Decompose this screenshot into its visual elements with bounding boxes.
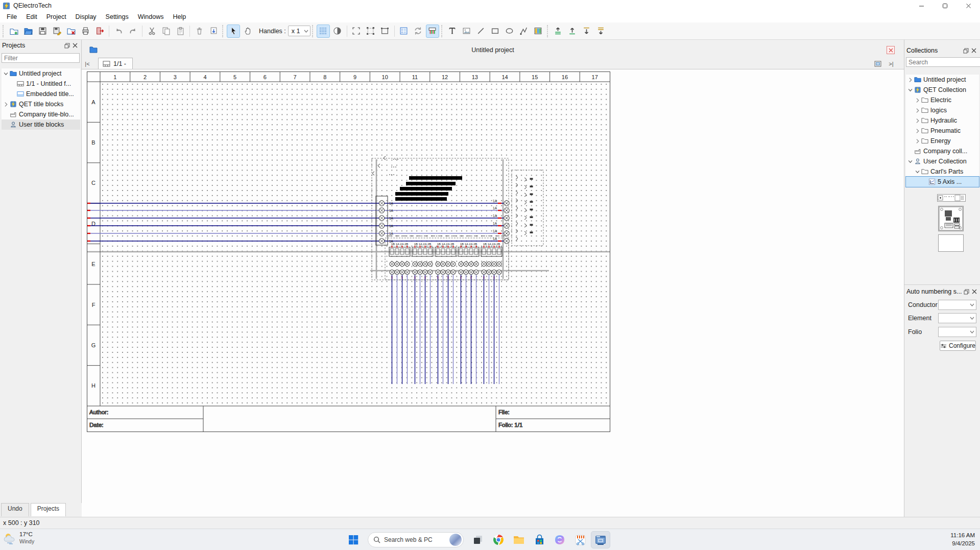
configure-button[interactable]: Configure: [940, 341, 976, 351]
fold-icon[interactable]: [412, 25, 425, 38]
add-ellipse-icon[interactable]: [503, 25, 516, 38]
pan-icon[interactable]: [241, 25, 254, 38]
element-select[interactable]: [938, 313, 976, 323]
collection-item-user-collection[interactable]: User Collection: [906, 156, 979, 166]
project-item-company-title-blo[interactable]: Company title-blo...: [2, 109, 80, 119]
snipping-tool-icon[interactable]: [570, 531, 590, 548]
right-terminal-strip[interactable]: 1A1A1A1A1A1A: [493, 199, 509, 244]
chrome-icon[interactable]: [489, 531, 508, 548]
add-text-icon[interactable]: [446, 25, 459, 38]
add-table-icon[interactable]: [532, 25, 545, 38]
background-icon[interactable]: [331, 25, 344, 38]
collection-item-company-coll[interactable]: Company coll...: [906, 146, 979, 156]
close-panel-icon[interactable]: [71, 41, 79, 50]
maximize-icon[interactable]: [933, 0, 957, 11]
menu-windows[interactable]: Windows: [133, 12, 169, 21]
expander-closed-icon[interactable]: [914, 117, 921, 124]
menu-display[interactable]: Display: [71, 12, 101, 21]
collection-item-qet-collection[interactable]: QET Collection: [906, 85, 979, 95]
fit-folio-icon[interactable]: [872, 58, 883, 69]
raise-icon[interactable]: [566, 25, 579, 38]
dock-tab-projects[interactable]: Projects: [31, 503, 66, 516]
project-item-1-1-untitled-f[interactable]: 1/1 - Untitled f...: [2, 79, 80, 89]
close-file-icon[interactable]: [64, 25, 78, 38]
folio-canvas[interactable]: 1234567891011121314151617ABCDEFGHAuthor:…: [87, 71, 611, 433]
grid-icon[interactable]: [317, 25, 330, 38]
project-item-untitled-project[interactable]: Untitled project: [2, 68, 80, 79]
toolbar-drag-handle[interactable]: [3, 25, 5, 37]
expander-closed-icon[interactable]: [3, 101, 10, 108]
menu-settings[interactable]: Settings: [101, 12, 133, 21]
expander-open-icon[interactable]: [914, 168, 921, 175]
expander-closed-icon[interactable]: [907, 76, 914, 83]
lower-bottom-icon[interactable]: [594, 25, 608, 38]
expander-open-icon[interactable]: [907, 86, 914, 93]
copilot-icon[interactable]: [550, 531, 569, 548]
folio-tab[interactable]: 1/1 -: [98, 58, 133, 69]
element-preview[interactable]: [938, 234, 964, 252]
save-as-icon[interactable]: [50, 25, 63, 38]
collection-item-carl-s-parts[interactable]: Carl's Parts: [906, 166, 979, 177]
collection-item-energy[interactable]: Energy: [906, 136, 979, 146]
folio-list-icon[interactable]: [397, 25, 411, 38]
collection-item-pneumatic[interactable]: Pneumatic: [906, 126, 979, 136]
quit-icon[interactable]: [93, 25, 106, 38]
save-icon[interactable]: [36, 25, 49, 38]
last-folio-button[interactable]: >|: [886, 58, 897, 69]
marquee-rect-icon[interactable]: [378, 25, 392, 38]
float-panel-icon[interactable]: [962, 288, 970, 296]
copy-icon[interactable]: [159, 25, 173, 38]
conductor-select[interactable]: [938, 300, 976, 310]
collection-item-electric[interactable]: Electric: [906, 95, 979, 105]
new-project-icon[interactable]: [7, 25, 20, 38]
microsoft-store-icon[interactable]: [530, 531, 549, 548]
first-folio-button[interactable]: |<: [82, 58, 93, 69]
toolbar-drag-handle[interactable]: [222, 25, 225, 37]
marquee-handles-icon[interactable]: [364, 25, 377, 38]
menu-file[interactable]: File: [2, 12, 21, 21]
handles-select[interactable]: x 1: [288, 26, 310, 36]
collection-item-5-axis[interactable]: 5 Axis ...: [906, 177, 979, 187]
float-panel-icon[interactable]: [63, 41, 71, 50]
undo-icon[interactable]: [112, 25, 125, 38]
element-preview[interactable]: [937, 194, 966, 202]
add-polyline-icon[interactable]: [517, 25, 531, 38]
add-image-icon[interactable]: [460, 25, 473, 38]
taskbar-clock[interactable]: 11:16 AM 9/4/2025: [950, 532, 975, 547]
print-icon[interactable]: [79, 25, 92, 38]
terminal-strip-icon[interactable]: [426, 25, 439, 38]
collection-search-input[interactable]: [906, 57, 980, 67]
menu-edit[interactable]: Edit: [21, 12, 42, 21]
minimize-icon[interactable]: [910, 0, 933, 11]
expander-open-icon[interactable]: [907, 158, 914, 165]
add-rect-icon[interactable]: [489, 25, 502, 38]
expander-closed-icon[interactable]: [914, 127, 921, 134]
menu-project[interactable]: Project: [42, 12, 71, 21]
qelectrotech-taskbar-icon[interactable]: [591, 531, 610, 548]
collection-item-hydraulic[interactable]: Hydraulic: [906, 115, 979, 126]
close-panel-icon[interactable]: [970, 46, 978, 55]
folio-select[interactable]: [938, 327, 976, 337]
marquee-corners-icon[interactable]: [350, 25, 363, 38]
expander-closed-icon[interactable]: [914, 137, 921, 145]
collection-item-untitled-project[interactable]: Untitled project: [906, 75, 979, 85]
float-panel-icon[interactable]: [962, 46, 970, 55]
weather-widget[interactable]: 17°C Windy: [3, 531, 34, 544]
lower-icon[interactable]: [580, 25, 593, 38]
conductors[interactable]: [87, 203, 504, 241]
raise-top-icon[interactable]: [552, 25, 565, 38]
file-explorer-icon[interactable]: [509, 531, 529, 548]
redo-icon[interactable]: [126, 25, 139, 38]
project-item-embedded-title[interactable]: Embedded title...: [2, 89, 80, 99]
project-item-user-title-blocks[interactable]: User title blocks: [2, 119, 80, 130]
expander-closed-icon[interactable]: [914, 97, 921, 104]
close-panel-icon[interactable]: [970, 288, 978, 296]
toolbar-drag-handle[interactable]: [312, 25, 315, 37]
expander-open-icon[interactable]: [3, 70, 10, 77]
collection-item-logics[interactable]: logics: [906, 105, 979, 115]
toolbar-drag-handle[interactable]: [547, 25, 549, 37]
menu-help[interactable]: Help: [169, 12, 191, 21]
dock-tab-undo[interactable]: Undo: [1, 503, 29, 516]
import-icon[interactable]: [207, 25, 220, 38]
diagram-viewport[interactable]: 1234567891011121314151617ABCDEFGHAuthor:…: [82, 69, 904, 517]
